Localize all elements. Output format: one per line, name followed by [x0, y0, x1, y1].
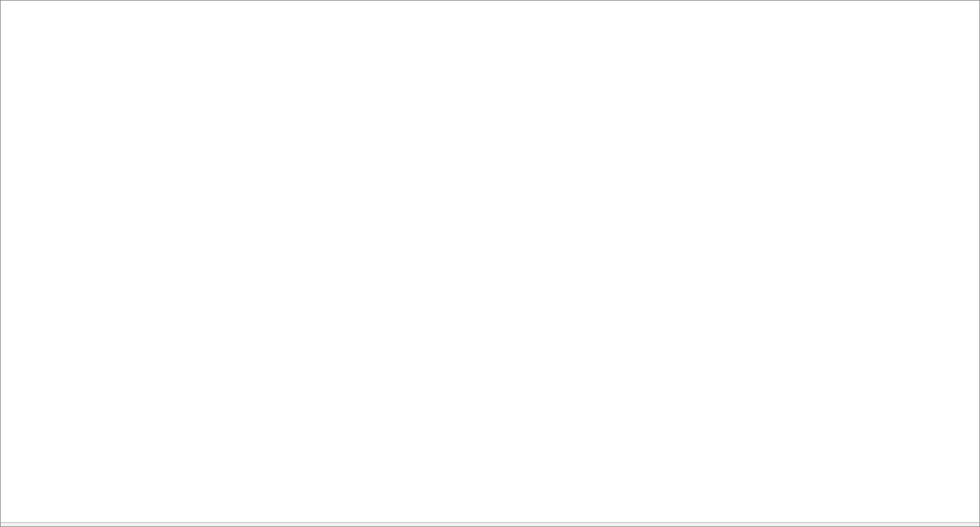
- status-bar: [1, 522, 980, 527]
- chart-title-bar: [1, 1, 890, 11]
- chart-canvas[interactable]: [1, 1, 980, 527]
- mt4-chart-window: [0, 0, 980, 527]
